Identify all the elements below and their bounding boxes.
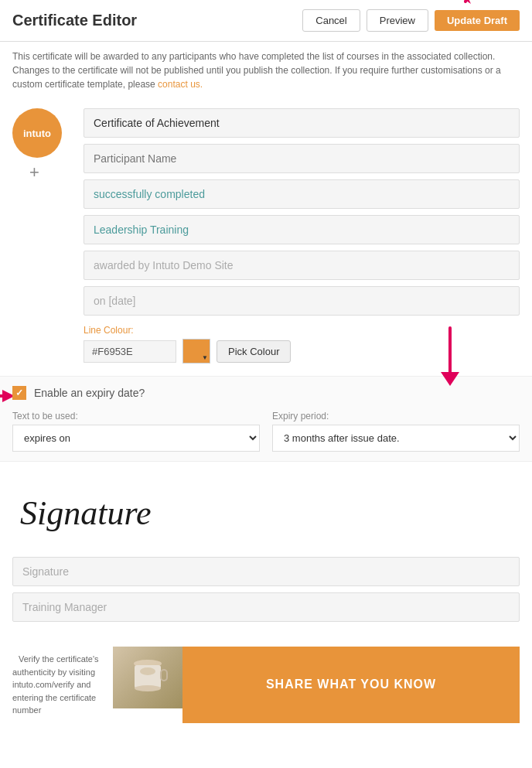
expiry-section: ✓ Enable an expiry date? Text to be used… — [0, 376, 532, 462]
field-completed-row — [84, 179, 520, 209]
field-awarded-row — [84, 251, 520, 280]
training-manager-field-row — [12, 592, 520, 622]
course-field[interactable] — [84, 215, 520, 244]
participant-field[interactable] — [84, 144, 520, 173]
expiry-checkbox[interactable]: ✓ — [12, 386, 26, 400]
cert-fields: Line Colour: Pick Colour — [84, 108, 520, 376]
cert-layout: intuto + Line Co — [12, 108, 520, 376]
coffee-image — [113, 647, 182, 708]
svg-point-6 — [135, 685, 161, 691]
checkmark-icon: ✓ — [15, 387, 23, 398]
signature-section: Signature — [12, 462, 520, 634]
expiry-period-select[interactable]: 1 month after issue date. 3 months after… — [272, 425, 520, 452]
svg-marker-0 — [462, 0, 471, 4]
update-draft-button[interactable]: Update Draft — [435, 10, 520, 31]
completed-field[interactable] — [84, 179, 520, 209]
line-colour-section: Line Colour: Pick Colour — [84, 325, 520, 364]
field-course-row — [84, 215, 520, 244]
text-to-use-group: Text to be used: expires on — [12, 411, 260, 452]
pick-colour-button[interactable]: Pick Colour — [217, 340, 291, 363]
coffee-cup-icon — [127, 654, 169, 701]
colour-row: Pick Colour — [84, 339, 520, 364]
signature-field[interactable] — [12, 557, 520, 586]
contact-link[interactable]: contact us. — [158, 79, 203, 90]
logo-plus-button[interactable]: + — [29, 162, 74, 183]
expiry-period-label: Expiry period: — [272, 411, 520, 422]
text-to-use-select[interactable]: expires on — [12, 425, 260, 452]
logo-circle[interactable]: intuto — [12, 108, 62, 158]
preview-button[interactable]: Preview — [367, 9, 428, 32]
training-manager-field[interactable] — [12, 592, 520, 622]
info-text-content: This certificate will be awarded to any … — [12, 51, 501, 90]
field-participant-row — [84, 144, 520, 173]
share-banner[interactable]: SHARE WHAT YOU KNOW — [182, 647, 520, 723]
bottom-fields — [12, 557, 520, 622]
title-field[interactable] — [84, 108, 520, 138]
svg-text:Signature: Signature — [20, 494, 151, 532]
logo-text: intuto — [23, 128, 51, 139]
signature-image-area: Signature — [12, 474, 520, 551]
expiry-fields: Text to be used: expires on Expiry perio… — [12, 411, 520, 452]
field-date-row — [84, 286, 520, 316]
expiry-checkbox-label: Enable an expiry date? — [34, 387, 145, 399]
main-content: intuto + Line Co — [0, 99, 532, 732]
page-title: Certificate Editor — [12, 12, 137, 29]
signature-field-row — [12, 557, 520, 586]
line-colour-label: Line Colour: — [84, 325, 520, 336]
date-field[interactable] — [84, 286, 520, 316]
expiry-period-group: Expiry period: 1 month after issue date.… — [272, 411, 520, 452]
signature-svg: Signature — [12, 482, 260, 536]
svg-point-8 — [140, 667, 155, 675]
text-to-use-label: Text to be used: — [12, 411, 260, 422]
verify-text: Verify the certificate's authenticity by… — [12, 648, 99, 721]
colour-input[interactable] — [84, 340, 176, 363]
field-title-row — [84, 108, 520, 138]
expiry-relative-wrapper: ✓ Enable an expiry date? Text to be used… — [12, 386, 520, 452]
expiry-checkbox-row: ✓ Enable an expiry date? — [12, 386, 520, 400]
info-text-block: This certificate will be awarded to any … — [0, 42, 532, 99]
update-draft-wrapper: Update Draft — [435, 10, 520, 31]
awarded-field[interactable] — [84, 251, 520, 280]
svg-rect-7 — [161, 670, 167, 681]
page-header: Certificate Editor Cancel Preview Update… — [0, 0, 532, 42]
cancel-button[interactable]: Cancel — [302, 9, 360, 32]
header-buttons: Cancel Preview Update Draft — [302, 9, 520, 32]
verify-area: Verify the certificate's authenticity by… — [12, 647, 113, 723]
logo-area: intuto + — [12, 108, 74, 183]
share-text: SHARE WHAT YOU KNOW — [266, 678, 436, 691]
bottom-section: Verify the certificate's authenticity by… — [12, 647, 520, 723]
colour-swatch[interactable] — [182, 339, 210, 364]
